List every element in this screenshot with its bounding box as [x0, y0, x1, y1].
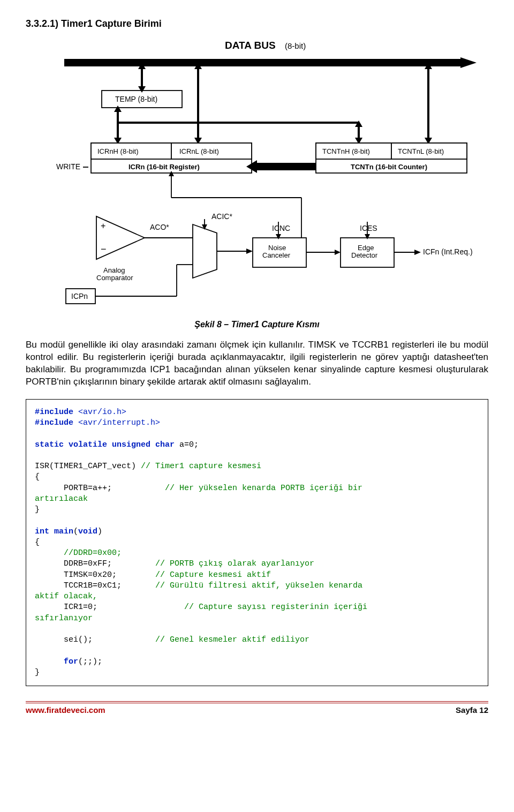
svg-text:ICRnL (8-bit): ICRnL (8-bit) [179, 147, 219, 155]
svg-text:−: − [101, 244, 107, 254]
svg-text:TCNTnH (8-bit): TCNTnH (8-bit) [322, 147, 370, 155]
timer1-capture-diagram: DATA BUS (8-bit) TEMP (8-bit) ICRnH (8-b… [32, 37, 482, 315]
svg-text:AnalogComparator: AnalogComparator [96, 266, 133, 282]
code-block: #include <avr/io.h> #include <avr/interr… [26, 399, 488, 686]
databus-label: DATA BUS [225, 40, 276, 51]
svg-text:TEMP (8-bit): TEMP (8-bit) [115, 95, 157, 103]
svg-text:TCNTn (16-bit Counter): TCNTn (16-bit Counter) [351, 163, 427, 171]
svg-text:ICES: ICES [360, 224, 377, 232]
svg-marker-47 [193, 224, 217, 278]
svg-text:ICNC: ICNC [272, 224, 290, 232]
databus-bits: (8-bit) [285, 41, 306, 50]
svg-marker-65 [414, 250, 421, 255]
footer-page: Sayfa 12 [456, 705, 488, 715]
svg-text:ICRnH (8-bit): ICRnH (8-bit) [97, 147, 139, 155]
svg-text:ACO*: ACO* [150, 223, 169, 231]
svg-text:WRITE: WRITE [56, 162, 80, 171]
svg-text:+: + [101, 221, 105, 230]
svg-text:ICRn (16-bit Register): ICRn (16-bit Register) [128, 163, 200, 171]
page-footer: www.firatdeveci.com Sayfa 12 [26, 701, 488, 715]
svg-text:ICPn: ICPn [71, 292, 88, 300]
section-heading: 3.3.2.1) Timer1 Capture Birimi [26, 18, 488, 29]
svg-text:TCNTnL (8-bit): TCNTnL (8-bit) [398, 147, 444, 155]
svg-marker-50 [246, 249, 253, 254]
svg-marker-60 [335, 250, 341, 255]
svg-marker-1 [460, 57, 477, 68]
svg-text:ACIC*: ACIC* [211, 212, 232, 221]
footer-url: www.firatdeveci.com [26, 705, 105, 715]
figure-caption: Şekil 8 – Timer1 Capture Kısmı [26, 320, 488, 329]
svg-text:ICFn (Int.Req.): ICFn (Int.Req.) [423, 247, 473, 256]
body-paragraph: Bu modül genellikle iki olay arasındaki … [26, 339, 488, 388]
